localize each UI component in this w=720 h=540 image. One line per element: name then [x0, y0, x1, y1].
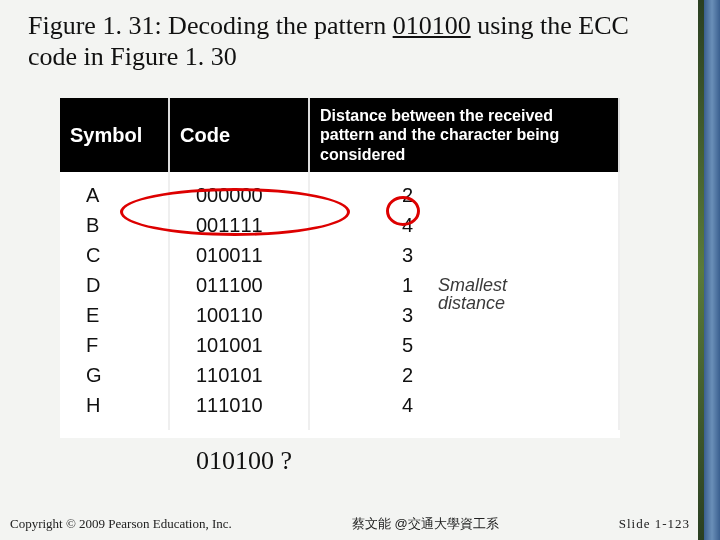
- header-distance: Distance between the received pattern an…: [310, 98, 620, 172]
- slide-title: Figure 1. 31: Decoding the pattern 01010…: [28, 10, 668, 72]
- table-row: 2: [310, 180, 618, 210]
- table-row: 010011: [170, 240, 308, 270]
- table-row: 011100: [170, 270, 308, 300]
- table-row: E: [60, 300, 168, 330]
- table-row: 4: [310, 390, 618, 420]
- table-row: F: [60, 330, 168, 360]
- table-row: D: [60, 270, 168, 300]
- table-row: H: [60, 390, 168, 420]
- table-header-row: Symbol Code Distance between the receive…: [60, 98, 620, 172]
- header-symbol: Symbol: [60, 98, 170, 172]
- table-row: 4: [310, 210, 618, 240]
- table-row: 100110: [170, 300, 308, 330]
- table-row: 001111: [170, 210, 308, 240]
- table-row: B: [60, 210, 168, 240]
- table-row: G: [60, 360, 168, 390]
- header-code: Code: [170, 98, 310, 172]
- column-distance: 2 4 3 1 3 5 2 4 Smallest distance: [310, 172, 620, 430]
- title-prefix: Figure 1. 31: Decoding the pattern: [28, 11, 393, 40]
- column-code: 000000 001111 010011 011100 100110 10100…: [170, 172, 310, 430]
- table-row: 3: [310, 240, 618, 270]
- table-row: 101001: [170, 330, 308, 360]
- ecc-table: Symbol Code Distance between the receive…: [60, 98, 620, 438]
- column-symbol: A B C D E F G H: [60, 172, 170, 430]
- received-pattern-question: 010100 ?: [196, 446, 292, 476]
- table-row: 2: [310, 360, 618, 390]
- footer-slide-number: Slide 1-123: [619, 516, 690, 532]
- table-row: 000000: [170, 180, 308, 210]
- annotation-line1: Smallest: [438, 276, 507, 294]
- title-underlined-pattern: 010100: [393, 11, 471, 40]
- slide-footer: Copyright © 2009 Pearson Education, Inc.…: [0, 514, 700, 534]
- table-body: A B C D E F G H 000000 001111 010011 011…: [60, 172, 620, 430]
- footer-copyright: Copyright © 2009 Pearson Education, Inc.: [10, 516, 232, 532]
- annotation-line2: distance: [438, 294, 507, 312]
- table-row: 110101: [170, 360, 308, 390]
- smallest-distance-annotation: Smallest distance: [438, 276, 507, 312]
- table-row: 111010: [170, 390, 308, 420]
- footer-author: 蔡文能 @交通大學資工系: [232, 515, 619, 533]
- table-row: A: [60, 180, 168, 210]
- table-row: C: [60, 240, 168, 270]
- right-decorative-stripe: [698, 0, 720, 540]
- table-row: 5: [310, 330, 618, 360]
